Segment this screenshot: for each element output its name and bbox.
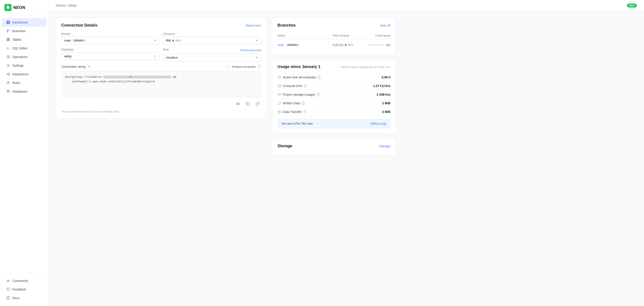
connection-string-box: postgresql://cloudrun:@.ap -southeast-1.… xyxy=(61,71,261,98)
manage-storage-button[interactable]: Manage xyxy=(379,144,390,148)
sidebar-item-feedback[interactable]: Feedback xyxy=(2,285,47,294)
database-group: Database wikijs ▼ xyxy=(61,48,160,61)
progress-bar xyxy=(369,44,384,46)
sidebar-item-settings[interactable]: Settings xyxy=(2,61,47,70)
database-select[interactable]: wikijs ▼ xyxy=(61,52,160,60)
role-chevron-icon: ▼ xyxy=(256,56,258,59)
col-rw-header: RW compute xyxy=(333,34,364,37)
used-space-cell: 0% xyxy=(364,44,390,47)
sidebar-item-databases[interactable]: Databases xyxy=(2,87,47,96)
sidebar-item-docs-label: Docs xyxy=(12,296,20,300)
branch-name-link[interactable]: main xyxy=(278,43,284,47)
usage-row-active-time: Active time all computes ? 5.08 h xyxy=(278,73,390,82)
sidebar-item-tables[interactable]: Tables xyxy=(2,36,47,44)
usage-row-compute-time: Compute time ? 1.27 CU-hrs xyxy=(278,82,390,90)
idle-dot xyxy=(172,40,174,42)
branch-value: main PRIMARY xyxy=(64,39,152,42)
connection-details-card: Connection Details Read more Branch main… xyxy=(56,18,267,119)
sidebar-item-branches-label: Branches xyxy=(12,29,26,33)
usage-label-data-transfer: Data Transfer ? xyxy=(278,110,306,114)
branches-title: Branches xyxy=(278,23,296,28)
billing-page-button[interactable]: Billing page xyxy=(371,122,387,125)
branches-table: Name RW compute Used space main PRIMARY … xyxy=(278,32,390,49)
copy-connection-string-button[interactable] xyxy=(244,100,251,108)
data-transfer-icon xyxy=(278,110,282,114)
sidebar-item-settings-label: Settings xyxy=(12,64,24,67)
written-data-label: Written Data xyxy=(283,102,300,105)
idle-label: IDLE xyxy=(176,39,181,42)
conn-string-header: Connection string ▼ Pooled connection ? xyxy=(61,65,261,68)
toggle-password-button[interactable] xyxy=(234,100,242,108)
pooled-help-icon[interactable]: ? xyxy=(258,65,261,68)
compute-select[interactable]: RW IDLE ▼ xyxy=(163,37,261,44)
data-transfer-help-icon[interactable]: ? xyxy=(303,110,306,114)
svg-point-12 xyxy=(7,74,8,75)
conn-footer: Your password is saved in a secure stora… xyxy=(61,110,261,113)
operations-icon xyxy=(6,55,10,59)
neon-logo-icon xyxy=(4,4,12,11)
svg-point-14 xyxy=(9,74,10,76)
pooled-label: Pooled connection xyxy=(232,65,256,68)
usage-subtitle: Metrics may be delayed by up to one hour xyxy=(341,66,390,69)
svg-point-25 xyxy=(278,94,280,94)
password-note: Your password is saved in a secure stora… xyxy=(61,110,120,113)
conn-string-actions xyxy=(61,100,261,108)
conn-string-redacted xyxy=(103,76,130,78)
view-all-branches-button[interactable]: View all xyxy=(380,24,390,27)
branch-select[interactable]: main PRIMARY ▼ xyxy=(61,37,160,44)
svg-rect-9 xyxy=(7,39,10,40)
compute-time-icon xyxy=(278,84,282,88)
sidebar-item-integrations-label: Integrations xyxy=(12,72,28,76)
branch-compute-row: Branch main PRIMARY ▼ Compute xyxy=(61,32,261,44)
branches-header: Branches View all xyxy=(278,23,390,28)
usage-row-project-storage: Project storage (usage) ? 1 GiB-hrs xyxy=(278,90,390,99)
role-select[interactable]: cloudrun ▼ xyxy=(163,54,261,61)
data-transfer-value: 2 MiB xyxy=(382,110,390,114)
sidebar-item-integrations[interactable]: Integrations xyxy=(2,70,47,78)
sidebar: NEON Dashboard Branches Tables SQL Edito… xyxy=(0,0,49,306)
db-role-row: Database wikijs ▼ Role Reset password cl… xyxy=(61,48,261,61)
reset-password-button[interactable]: Reset password xyxy=(240,48,261,52)
sidebar-item-branches[interactable]: Branches xyxy=(2,27,47,35)
compute-time-help-icon[interactable]: ? xyxy=(304,84,307,88)
table-row: main PRIMARY 0.25 CU IDLE 0% xyxy=(278,41,390,49)
usage-title: Usage since January 1 xyxy=(278,64,320,69)
read-more-button[interactable]: Read more xyxy=(246,24,261,27)
sidebar-item-docs[interactable]: Docs xyxy=(2,294,47,302)
sidebar-item-dashboard[interactable]: Dashboard xyxy=(2,18,47,26)
rw-compute-value: 0.25 CU xyxy=(333,44,344,47)
sidebar-item-roles[interactable]: Roles xyxy=(2,78,47,87)
topbar: Home / wikijs PRO xyxy=(49,0,644,11)
project-storage-label: Project storage (usage) xyxy=(283,93,315,96)
sidebar-item-operations[interactable]: Operations xyxy=(2,53,47,61)
settings-icon xyxy=(6,64,10,68)
breadcrumb-home[interactable]: Home xyxy=(56,4,65,7)
roles-icon xyxy=(6,81,10,85)
conn-string-prefix: postgresql://cloudrun: xyxy=(65,75,103,78)
role-label: Role xyxy=(163,48,169,51)
svg-point-13 xyxy=(9,73,10,74)
sidebar-item-feedback-label: Feedback xyxy=(12,288,26,291)
sidebar-item-roles-label: Roles xyxy=(12,81,20,84)
written-data-help-icon[interactable]: ? xyxy=(302,102,305,105)
branch-primary-badge: PRIMARY xyxy=(72,39,86,42)
sidebar-item-community[interactable]: Community xyxy=(2,276,47,285)
svg-rect-4 xyxy=(8,22,10,24)
main-content: Home / wikijs PRO Connection Details Rea… xyxy=(49,0,644,306)
compute-time-label: Compute time xyxy=(283,84,302,88)
conn-string-region: .ap xyxy=(171,75,176,78)
open-external-button[interactable] xyxy=(254,100,261,108)
conn-string-suffix: -southeast-1.aws.neon.tech/wikijs?sslmod… xyxy=(65,80,155,83)
active-time-help-icon[interactable]: ? xyxy=(318,76,321,79)
active-time-icon xyxy=(278,75,282,79)
conn-string-label-wrapper[interactable]: Connection string ▼ xyxy=(61,65,90,68)
compute-group: Compute RW IDLE ▼ xyxy=(163,32,261,44)
data-transfer-label: Data Transfer xyxy=(283,110,302,114)
sidebar-item-sql-editor[interactable]: SQL Editor xyxy=(2,44,47,52)
storage-card: Storage Manage xyxy=(272,138,396,156)
pooled-checkbox[interactable] xyxy=(227,65,230,68)
storage-title: Storage xyxy=(278,144,292,148)
role-group: Role Reset password cloudrun ▼ xyxy=(163,48,261,61)
active-time-label: Active time all computes xyxy=(283,76,316,79)
project-storage-help-icon[interactable]: ? xyxy=(316,93,320,96)
